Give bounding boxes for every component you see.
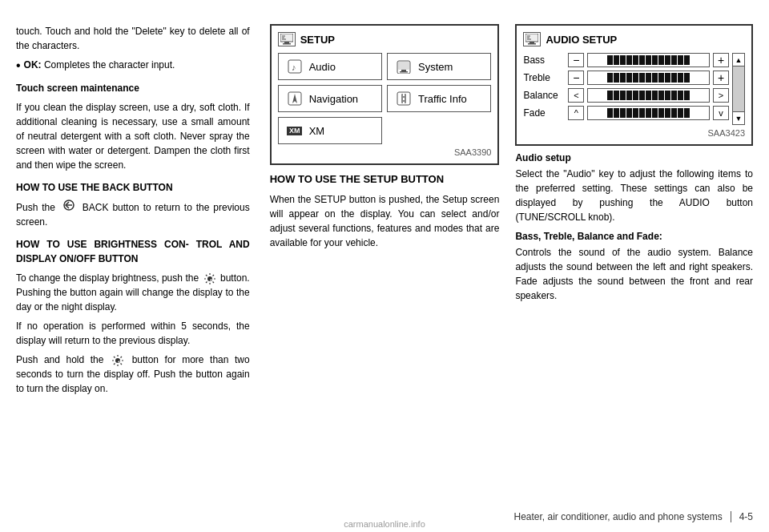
ok-label: OK: [24, 59, 42, 71]
setup-traffic-btn[interactable]: Traffic Info [387, 85, 491, 112]
ok-desc: Completes the character input. [44, 59, 175, 71]
treble-bar [587, 71, 710, 85]
ok-item: • OK: Completes the character input. [16, 58, 250, 73]
treble-plus-btn[interactable]: + [713, 71, 729, 85]
balance-label: Balance [523, 90, 565, 101]
setup-header: SETUP [278, 32, 492, 46]
back-heading: HOW TO USE THE BACK BUTTON [16, 180, 250, 195]
fade-label: Fade [523, 107, 565, 119]
svg-line-7 [206, 275, 207, 276]
svg-line-8 [212, 282, 214, 284]
svg-line-19 [114, 364, 115, 365]
bass-treble-heading: Bass, Treble, Balance and Fade: [515, 231, 753, 242]
brightness-text1: To change the display brightness, push t… [16, 271, 250, 314]
audio-header: AUDIO SETUP [523, 32, 745, 46]
setup-system-btn[interactable]: System [387, 53, 491, 80]
audio-controls: Bass − [523, 53, 745, 125]
bass-plus-btn[interactable]: + [713, 53, 729, 67]
svg-rect-37 [403, 94, 405, 96]
fade-bar [587, 106, 710, 120]
svg-line-10 [206, 282, 207, 284]
audio-screen-box: AUDIO SETUP Bass − [515, 24, 753, 146]
left-column: touch. Touch and hold the "Delete" key t… [16, 24, 262, 516]
delete-para: touch. Touch and hold the "Delete" key t… [16, 24, 250, 53]
compass-icon [285, 91, 304, 107]
svg-text:♪: ♪ [292, 62, 296, 72]
watermark: carmanualonline.info [0, 516, 769, 532]
middle-column: SETUP ♪ Audio [262, 24, 508, 516]
setup-audio-btn[interactable]: ♪ Audio [278, 53, 382, 80]
setup-traffic-label: Traffic Info [418, 93, 467, 105]
music-note-icon: ♪ [285, 58, 304, 75]
svg-rect-31 [401, 70, 406, 71]
scroll-up-btn[interactable]: ▲ [733, 54, 744, 66]
balance-row: Balance < [523, 88, 729, 103]
setup-buttons-grid: ♪ Audio System [278, 53, 492, 144]
audio-header-icon [523, 32, 541, 46]
brightness-heading: HOW TO USE BRIGHTNESS CON- TROL AND DISP… [16, 237, 250, 266]
setup-system-label: System [418, 61, 453, 73]
svg-rect-39 [403, 102, 405, 103]
fade-row: Fade ^ [523, 106, 729, 120]
audio-setup-heading: Audio setup [515, 152, 753, 163]
back-icon [62, 200, 76, 211]
bass-treble-text: Controls the sound of the audio system. … [515, 245, 753, 303]
maintenance-text: If you clean the display screen, use a d… [16, 100, 250, 172]
setup-navigation-btn[interactable]: Navigation [278, 85, 382, 112]
scroll-thumb [733, 66, 744, 111]
setup-screen-box: SETUP ♪ Audio [270, 24, 500, 165]
audio-rows: Bass − [523, 53, 729, 125]
right-column: AUDIO SETUP Bass − [507, 24, 753, 516]
setup-audio-label: Audio [309, 61, 336, 73]
road-icon [394, 91, 413, 107]
maintenance-heading: Touch screen maintenance [16, 81, 250, 95]
svg-rect-25 [284, 42, 289, 43]
brightness-text4: Push and hold the button for more than t… [16, 353, 250, 396]
treble-minus-btn[interactable]: − [568, 71, 584, 85]
audio-scrollbar[interactable]: ▲ ▼ [732, 53, 745, 125]
back-text: Push the BACK button to return to the pr… [16, 200, 250, 229]
svg-rect-38 [403, 98, 405, 100]
balance-bar [587, 88, 710, 103]
brightness-text3: If no operation is performed within 5 se… [16, 319, 250, 348]
middle-text-area: HOW TO USE THE SETUP BUTTON When the SET… [270, 171, 500, 250]
audio-title: AUDIO SETUP [546, 34, 617, 46]
treble-label: Treble [523, 72, 565, 83]
svg-line-18 [121, 357, 123, 358]
audio-setup-text1: Select the "Audio" key to adjust the fol… [515, 167, 753, 224]
bass-row: Bass − [523, 53, 729, 67]
bass-label: Bass [523, 54, 565, 66]
svg-rect-46 [528, 43, 536, 45]
sun-icon [203, 272, 216, 285]
setup-title: SETUP [300, 34, 335, 46]
scroll-down-btn[interactable]: ▼ [733, 111, 744, 124]
svg-line-16 [114, 357, 115, 358]
svg-rect-45 [529, 42, 534, 43]
saa3390-label: SAA3390 [278, 147, 492, 157]
svg-rect-32 [400, 71, 408, 73]
fade-down-btn[interactable]: v [713, 106, 729, 120]
treble-row: Treble − [523, 71, 729, 85]
svg-rect-26 [283, 43, 291, 45]
saa3423-label: SAA3423 [523, 128, 745, 138]
svg-line-9 [212, 275, 214, 276]
sun-icon2 [111, 354, 124, 367]
svg-rect-30 [398, 62, 409, 70]
balance-right-btn[interactable]: > [713, 88, 729, 103]
svg-marker-34 [292, 94, 297, 103]
bass-bar [587, 53, 710, 67]
fade-up-btn[interactable]: ^ [568, 106, 584, 120]
svg-line-17 [121, 364, 123, 365]
setup-navigation-label: Navigation [309, 93, 358, 105]
setup-header-icon [278, 32, 296, 46]
xm-icon: XM [285, 123, 304, 139]
setup-xm-btn[interactable]: XM XM [278, 117, 382, 144]
monitor-icon [394, 58, 413, 75]
setup-button-heading: HOW TO USE THE SETUP BUTTON [270, 171, 500, 187]
setup-button-text: When the SETUP button is pushed, the Set… [270, 192, 500, 250]
bass-minus-btn[interactable]: − [568, 53, 584, 67]
balance-left-btn[interactable]: < [568, 88, 584, 103]
setup-xm-label: XM [309, 125, 325, 137]
